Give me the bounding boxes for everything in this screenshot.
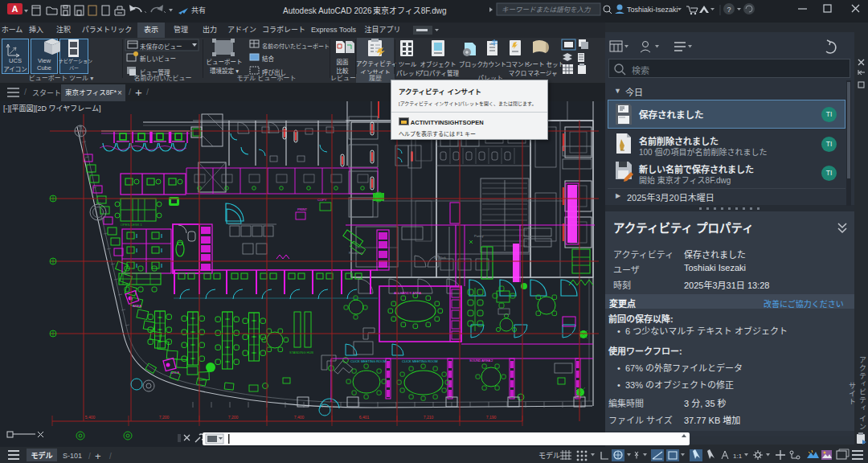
svg-text:1:1: 1:1 <box>733 453 743 460</box>
svg-text:共有: 共有 <box>191 6 206 14</box>
svg-text:東京オフィス8F.dwg: 東京オフィス8F.dwg <box>373 6 447 15</box>
svg-text:AREA: AREA <box>133 304 141 308</box>
svg-text:CLICK MEETING ROOM: CLICK MEETING ROOM <box>402 359 438 363</box>
svg-text:Pantry: Pantry <box>474 234 484 238</box>
svg-text:ALL HANDS AREA: ALL HANDS AREA <box>394 291 421 295</box>
svg-text:7,200: 7,200 <box>228 415 239 420</box>
svg-text:PRINT: PRINT <box>297 207 308 211</box>
svg-text:/: / <box>88 452 91 461</box>
svg-text:Reception: Reception <box>349 251 363 255</box>
svg-text:3F Work: 3F Work <box>434 256 446 260</box>
svg-text:S-101: S-101 <box>63 452 82 460</box>
svg-text:5,400: 5,400 <box>85 415 96 420</box>
svg-text:キーワードまたは語句を入力: キーワードまたは語句を入力 <box>502 6 592 14</box>
svg-text:A: A <box>12 4 18 14</box>
svg-text:7,190: 7,190 <box>486 415 497 420</box>
svg-text:7,400: 7,400 <box>294 415 305 420</box>
svg-text:+: + <box>95 450 101 462</box>
svg-text:Toshiaki-Isezaki: Toshiaki-Isezaki <box>627 6 678 14</box>
svg-text:STANDING HUB: STANDING HUB <box>289 350 313 354</box>
svg-text:7,210: 7,210 <box>424 415 434 420</box>
svg-text:Autodesk AutoCAD 2026: Autodesk AutoCAD 2026 <box>283 6 372 15</box>
svg-text:SOUND AREA 2: SOUND AREA 2 <box>469 359 493 363</box>
svg-text:6,401: 6,401 <box>359 415 370 420</box>
svg-text:/: / <box>109 452 112 461</box>
svg-text:?: ? <box>727 6 731 14</box>
svg-text:CLICK MEETING ROOM: CLICK MEETING ROOM <box>350 359 387 363</box>
svg-text:7,200: 7,200 <box>159 415 170 420</box>
svg-text:モデル: モデル <box>31 451 52 460</box>
svg-text:OPEN DESK 1: OPEN DESK 1 <box>121 223 142 227</box>
svg-text:モデル: モデル <box>538 451 560 460</box>
